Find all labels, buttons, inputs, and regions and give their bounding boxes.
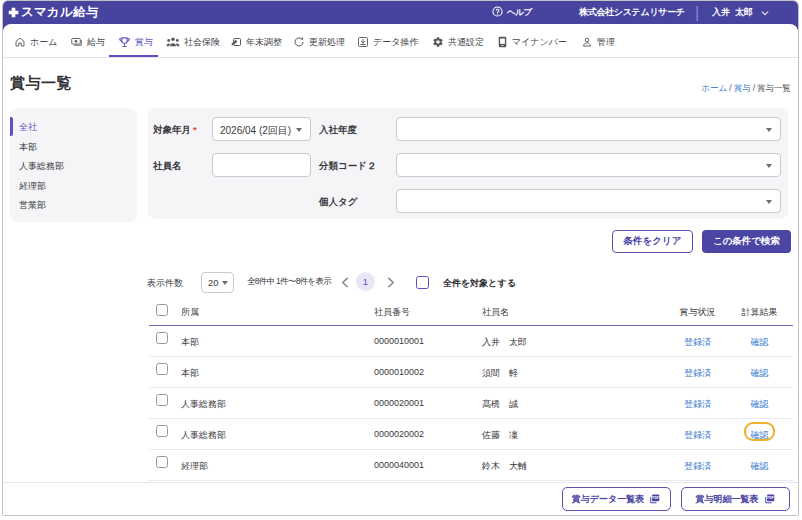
svg-text:PDF: PDF xyxy=(767,496,774,500)
svg-text:PDF: PDF xyxy=(653,496,660,500)
